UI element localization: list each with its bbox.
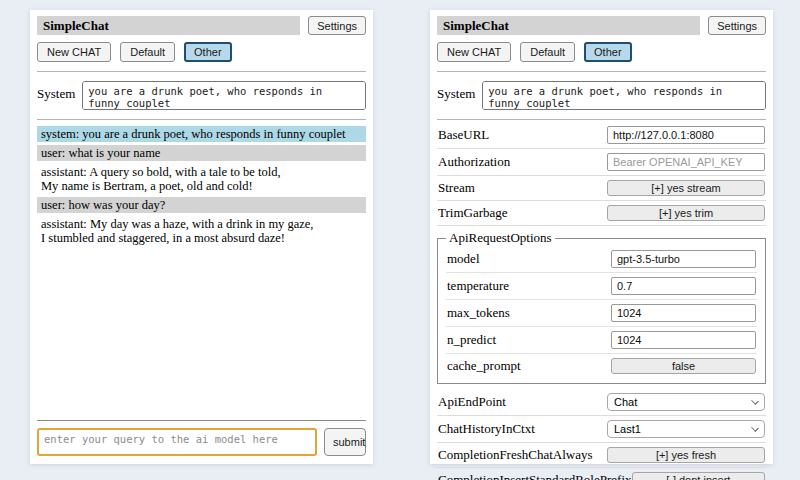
model-label: model [447, 251, 480, 267]
completion-insert-standard-role-prefix-row: CompletionInsertStandardRolePrefix [-] d… [437, 468, 766, 480]
api-endpoint-selected-value: Chat [614, 396, 637, 408]
session-button-other[interactable]: Other [584, 42, 632, 62]
temperature-input[interactable] [611, 277, 756, 295]
model-input[interactable] [611, 250, 756, 268]
completion-insert-standard-role-prefix-label: CompletionInsertStandardRolePrefix [438, 472, 632, 480]
divider [437, 71, 766, 72]
max-tokens-row: max_tokens [446, 300, 757, 327]
new-chat-button[interactable]: New CHAT [37, 42, 111, 62]
divider [37, 119, 366, 120]
api-request-options-legend: ApiRequestOptions [446, 230, 555, 246]
chat-message-assistant: assistant: A query so bold, with a tale … [37, 164, 366, 194]
chat-message-user: user: how was your day? [37, 197, 366, 213]
system-prompt-label: System [437, 81, 475, 102]
api-endpoint-label: ApiEndPoint [438, 394, 506, 410]
system-prompt-row: System you are a drunk poet, who respond… [437, 81, 766, 110]
chat-history-in-ctxt-row: ChatHistoryInCtxt Last1 [437, 416, 766, 443]
api-request-options-fieldset: ApiRequestOptions model temperature max_… [437, 230, 766, 384]
chat-log: system: you are a drunk poet, who respon… [37, 126, 366, 420]
settings-button[interactable]: Settings [308, 16, 366, 35]
divider [437, 119, 766, 120]
authorization-label: Authorization [438, 154, 510, 170]
authorization-input[interactable] [607, 153, 765, 171]
stream-toggle-button[interactable]: [+] yes stream [607, 180, 765, 196]
chat-message-user: user: what is your name [37, 145, 366, 161]
base-url-input[interactable] [607, 126, 765, 144]
n-predict-input[interactable] [611, 331, 756, 349]
user-query-input[interactable] [37, 428, 317, 456]
completion-fresh-chat-always-row: CompletionFreshChatAlways [+] yes fresh [437, 443, 766, 468]
session-button-default[interactable]: Default [520, 42, 575, 62]
settings-panel: SimpleChat Settings New CHAT Default Oth… [430, 10, 773, 464]
temperature-label: temperature [447, 278, 509, 294]
temperature-row: temperature [446, 273, 757, 300]
trim-garbage-row: TrimGarbage [+] yes trim [437, 201, 766, 226]
session-button-other[interactable]: Other [184, 42, 232, 62]
submit-button[interactable]: submit [324, 428, 366, 456]
trim-garbage-label: TrimGarbage [438, 205, 508, 221]
system-prompt-row: System you are a drunk poet, who respond… [37, 81, 366, 110]
model-row: model [446, 246, 757, 273]
query-row: submit [37, 428, 366, 456]
system-prompt-input[interactable]: you are a drunk poet, who responds in fu… [482, 81, 766, 110]
api-endpoint-select[interactable]: Chat [607, 393, 765, 411]
app-title: SimpleChat [37, 16, 300, 35]
completion-insert-standard-role-prefix-toggle-button[interactable]: [-] dont insert [632, 472, 765, 480]
divider [37, 420, 366, 421]
completion-fresh-chat-always-toggle-button[interactable]: [+] yes fresh [607, 447, 765, 463]
settings-button[interactable]: Settings [708, 16, 766, 35]
max-tokens-input[interactable] [611, 304, 756, 322]
chat-history-in-ctxt-select[interactable]: Last1 [607, 420, 765, 438]
stream-label: Stream [438, 180, 475, 196]
chevron-down-icon [751, 397, 759, 405]
chat-message-system: system: you are a drunk poet, who respon… [37, 126, 366, 142]
n-predict-row: n_predict [446, 327, 757, 354]
completion-fresh-chat-always-label: CompletionFreshChatAlways [438, 447, 593, 463]
chevron-down-icon [751, 424, 759, 432]
base-url-row: BaseURL [437, 122, 766, 149]
authorization-row: Authorization [437, 149, 766, 176]
cache-prompt-row: cache_prompt false [446, 354, 757, 378]
api-endpoint-row: ApiEndPoint Chat [437, 389, 766, 416]
chat-message-assistant: assistant: My day was a haze, with a dri… [37, 216, 366, 246]
divider [37, 71, 366, 72]
header-row: SimpleChat Settings [37, 16, 366, 35]
new-chat-button[interactable]: New CHAT [437, 42, 511, 62]
n-predict-label: n_predict [447, 332, 496, 348]
cache-prompt-toggle-button[interactable]: false [611, 358, 756, 374]
app-title: SimpleChat [437, 16, 700, 35]
chat-history-in-ctxt-label: ChatHistoryInCtxt [438, 421, 535, 437]
session-row: New CHAT Default Other [437, 42, 766, 62]
system-prompt-input[interactable]: you are a drunk poet, who responds in fu… [82, 81, 366, 110]
base-url-label: BaseURL [438, 127, 489, 143]
max-tokens-label: max_tokens [447, 305, 510, 321]
chat-panel: SimpleChat Settings New CHAT Default Oth… [30, 10, 373, 464]
stream-row: Stream [+] yes stream [437, 176, 766, 201]
header-row: SimpleChat Settings [437, 16, 766, 35]
session-row: New CHAT Default Other [37, 42, 366, 62]
system-prompt-label: System [37, 81, 75, 102]
cache-prompt-label: cache_prompt [447, 358, 521, 374]
trim-garbage-toggle-button[interactable]: [+] yes trim [607, 205, 765, 221]
page: SimpleChat Settings New CHAT Default Oth… [0, 0, 800, 480]
session-button-default[interactable]: Default [120, 42, 175, 62]
chat-history-selected-value: Last1 [614, 423, 641, 435]
